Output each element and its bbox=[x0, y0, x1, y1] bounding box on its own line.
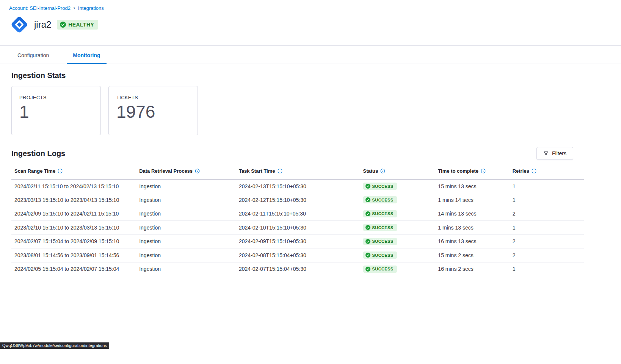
table-row[interactable]: 2023/02/10 15:15:10 to 2023/03/13 15:15:… bbox=[11, 221, 584, 235]
retries-cell: 1 bbox=[510, 221, 584, 235]
status-badge: SUCCESS bbox=[363, 183, 397, 190]
info-icon[interactable] bbox=[58, 169, 63, 173]
tab-bar: Configuration Monitoring bbox=[0, 46, 621, 64]
ingestion-logs-header: Ingestion Logs Filters bbox=[11, 147, 584, 160]
column-label: Task Start Time bbox=[239, 168, 275, 174]
status-cell: SUCCESS bbox=[360, 234, 435, 248]
stats-cards: PROJECTS 1 TICKETS 1976 bbox=[11, 86, 584, 135]
status-label: SUCCESS bbox=[372, 225, 394, 230]
table-row[interactable]: 2023/03/13 15:15:10 to 2023/04/13 15:15:… bbox=[11, 193, 584, 207]
status-badge: SUCCESS bbox=[363, 196, 397, 203]
retries-cell: 1 bbox=[510, 262, 584, 276]
ingestion-logs-title: Ingestion Logs bbox=[11, 149, 65, 158]
column-label: Status bbox=[363, 168, 378, 174]
tab-configuration[interactable]: Configuration bbox=[11, 46, 55, 64]
page-title: jira2 bbox=[34, 19, 51, 30]
status-cell: SUCCESS bbox=[360, 207, 435, 221]
task-start-cell: 2024-02-08T15:15:04+05:30 bbox=[236, 248, 360, 262]
status-badge: SUCCESS bbox=[363, 252, 397, 259]
info-icon[interactable] bbox=[278, 169, 282, 173]
process-cell: Ingestion bbox=[136, 234, 236, 248]
process-cell: Ingestion bbox=[136, 193, 236, 207]
logs-table-body: 2024/02/11 15:15:10 to 2024/02/13 15:15:… bbox=[11, 179, 584, 276]
column-label: Time to complete bbox=[438, 168, 478, 174]
success-check-icon bbox=[365, 253, 370, 258]
time-to-complete-cell: 14 mins 13 secs bbox=[435, 207, 509, 221]
scan-range-cell: 2024/02/05 15:15:04 to 2024/02/07 15:15:… bbox=[11, 262, 136, 276]
time-to-complete-cell: 1 mins 13 secs bbox=[435, 221, 509, 235]
info-icon[interactable] bbox=[481, 169, 486, 173]
time-to-complete-cell: 16 mins 13 secs bbox=[435, 234, 509, 248]
stat-value: 1976 bbox=[116, 102, 190, 122]
info-icon[interactable] bbox=[380, 169, 385, 173]
column-header-process: Data Retrieval Process bbox=[136, 164, 236, 179]
stat-value: 1 bbox=[19, 102, 93, 122]
stat-label: PROJECTS bbox=[19, 95, 93, 100]
task-start-cell: 2024-02-12T15:15:10+05:30 bbox=[236, 193, 360, 207]
scan-range-cell: 2024/02/07 15:15:04 to 2024/02/09 15:15:… bbox=[11, 234, 136, 248]
success-check-icon bbox=[365, 197, 370, 202]
retries-cell: 2 bbox=[510, 234, 584, 248]
status-cell: SUCCESS bbox=[360, 248, 435, 262]
success-check-icon bbox=[365, 267, 370, 272]
ingestion-stats-title: Ingestion Stats bbox=[11, 71, 584, 80]
filter-funnel-icon bbox=[543, 151, 549, 156]
success-check-icon bbox=[365, 239, 370, 244]
task-start-cell: 2024-02-07T15:15:04+05:30 bbox=[236, 262, 360, 276]
status-label: SUCCESS bbox=[372, 253, 394, 258]
status-label: SUCCESS bbox=[372, 184, 394, 189]
column-label: Data Retrieval Process bbox=[139, 168, 193, 174]
column-header-status: Status bbox=[360, 164, 435, 179]
info-icon[interactable] bbox=[195, 169, 200, 173]
info-icon[interactable] bbox=[532, 169, 536, 173]
task-start-cell: 2024-02-13T15:15:10+05:30 bbox=[236, 179, 360, 193]
table-row[interactable]: 2023/08/01 15:14:56 to 2023/09/01 15:14:… bbox=[11, 248, 584, 262]
jira-logo-icon bbox=[9, 14, 30, 35]
tab-monitoring[interactable]: Monitoring bbox=[67, 46, 106, 64]
success-check-icon bbox=[365, 184, 370, 189]
stat-card-tickets: TICKETS 1976 bbox=[108, 86, 198, 135]
process-cell: Ingestion bbox=[136, 262, 236, 276]
retries-cell: 2 bbox=[510, 248, 584, 262]
integration-title-row: jira2 HEALTHY bbox=[9, 14, 612, 35]
breadcrumb-account-link[interactable]: Account: SEI-Internal-Prod2 bbox=[9, 5, 71, 11]
column-header-retries: Retries bbox=[510, 164, 584, 179]
process-cell: Ingestion bbox=[136, 248, 236, 262]
main-content: Ingestion Stats PROJECTS 1 TICKETS 1976 … bbox=[0, 71, 621, 276]
scan-range-cell: 2023/08/01 15:14:56 to 2023/09/01 15:14:… bbox=[11, 248, 136, 262]
success-check-icon bbox=[365, 225, 370, 230]
retries-cell: 1 bbox=[510, 179, 584, 193]
status-label: SUCCESS bbox=[372, 239, 394, 244]
time-to-complete-cell: 15 mins 2 secs bbox=[435, 248, 509, 262]
status-label: SUCCESS bbox=[372, 267, 394, 271]
table-row[interactable]: 2024/02/07 15:15:04 to 2024/02/09 15:15:… bbox=[11, 234, 584, 248]
filters-button-label: Filters bbox=[552, 150, 566, 156]
task-start-cell: 2024-02-09T15:15:10+05:30 bbox=[236, 234, 360, 248]
link-preview-statusbar: QwqOSIIWp9ob7w/module/sei/configuration/… bbox=[0, 342, 109, 349]
time-to-complete-cell: 1 mins 14 secs bbox=[435, 193, 509, 207]
table-row[interactable]: 2024/02/05 15:15:04 to 2024/02/07 15:15:… bbox=[11, 262, 584, 276]
status-badge: SUCCESS bbox=[363, 238, 397, 245]
breadcrumb-chevron-icon: › bbox=[74, 5, 75, 11]
stat-label: TICKETS bbox=[116, 95, 190, 100]
status-badge: SUCCESS bbox=[363, 224, 397, 231]
filters-button[interactable]: Filters bbox=[536, 147, 573, 160]
retries-cell: 1 bbox=[510, 193, 584, 207]
ingestion-logs-table: Scan Range Time Data Retrieval Process T… bbox=[11, 164, 584, 276]
check-circle-icon bbox=[60, 22, 66, 28]
table-row[interactable]: 2024/02/09 15:15:10 to 2024/02/11 15:15:… bbox=[11, 207, 584, 221]
scan-range-cell: 2024/02/11 15:15:10 to 2024/02/13 15:15:… bbox=[11, 179, 136, 193]
column-label: Scan Range Time bbox=[14, 168, 55, 174]
table-row[interactable]: 2024/02/11 15:15:10 to 2024/02/13 15:15:… bbox=[11, 179, 584, 193]
status-cell: SUCCESS bbox=[360, 221, 435, 235]
scan-range-cell: 2023/03/13 15:15:10 to 2023/04/13 15:15:… bbox=[11, 193, 136, 207]
health-status-badge: HEALTHY bbox=[57, 20, 98, 30]
page-header: Account: SEI-Internal-Prod2 › Integratio… bbox=[0, 0, 621, 46]
scan-range-cell: 2023/02/10 15:15:10 to 2023/03/13 15:15:… bbox=[11, 221, 136, 235]
breadcrumb-integrations-link[interactable]: Integrations bbox=[78, 5, 104, 11]
process-cell: Ingestion bbox=[136, 207, 236, 221]
process-cell: Ingestion bbox=[136, 221, 236, 235]
status-label: SUCCESS bbox=[372, 198, 394, 202]
stat-card-projects: PROJECTS 1 bbox=[11, 86, 101, 135]
status-cell: SUCCESS bbox=[360, 193, 435, 207]
